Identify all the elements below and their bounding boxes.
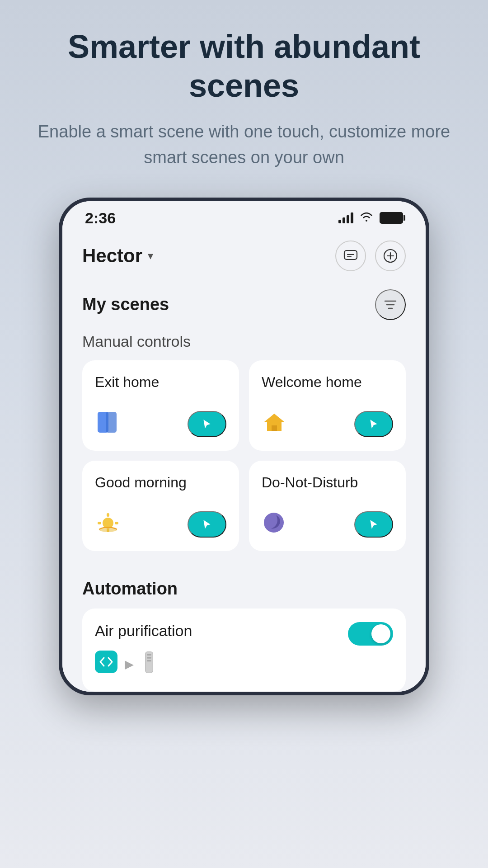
wifi-icon: [360, 211, 373, 225]
automation-item-content: Air purification ▶: [95, 622, 348, 678]
plus-icon: [383, 248, 398, 264]
do-not-disturb-run-button[interactable]: [354, 511, 393, 538]
good-morning-title: Good morning: [95, 474, 226, 491]
status-icons: [338, 211, 403, 225]
automation-trigger-icon: [95, 651, 117, 678]
location-selector[interactable]: Hector ▾: [82, 245, 153, 267]
air-purification-toggle-container[interactable]: [348, 622, 393, 646]
good-morning-run-button[interactable]: [188, 511, 226, 538]
scene-card-good-morning: Good morning: [82, 461, 239, 551]
promo-subtitle: Enable a smart scene with one touch, cus…: [36, 119, 452, 170]
status-bar: 2:36: [62, 201, 426, 231]
svg-rect-16: [147, 660, 151, 661]
exit-home-icon: [95, 410, 119, 438]
welcome-home-run-button[interactable]: [354, 411, 393, 437]
filter-button[interactable]: [375, 289, 406, 320]
good-morning-footer: [95, 510, 226, 538]
scenes-cards-grid: Exit home W: [82, 360, 406, 551]
promo-title: Smarter with abundant scenes: [36, 27, 452, 105]
exit-home-footer: [95, 410, 226, 438]
do-not-disturb-icon: [262, 510, 286, 538]
header-actions: [335, 241, 406, 271]
svg-rect-9: [115, 522, 118, 524]
automation-section: Automation Air purification ▶: [62, 570, 426, 692]
welcome-home-icon: [262, 410, 287, 438]
svg-rect-3: [106, 412, 117, 433]
scenes-section: My scenes Manual controls Exit home: [62, 285, 426, 570]
battery-icon: [380, 212, 403, 224]
signal-icon: [338, 212, 353, 223]
chevron-down-icon: ▾: [148, 250, 153, 262]
scenes-section-title: My scenes: [82, 295, 169, 314]
svg-point-11: [264, 513, 284, 533]
svg-rect-15: [147, 657, 151, 658]
air-purification-toggle[interactable]: [348, 622, 393, 646]
filter-icon: [383, 297, 398, 312]
scene-card-welcome-home: Welcome home: [249, 360, 406, 451]
exit-home-run-button[interactable]: [188, 411, 226, 437]
scenes-section-header: My scenes: [82, 289, 406, 320]
app-header: Hector ▾: [62, 231, 426, 285]
cursor-icon: [201, 418, 213, 430]
scene-card-do-not-disturb: Do-Not-Disturb: [249, 461, 406, 551]
cursor-icon: [368, 519, 380, 530]
welcome-home-footer: [262, 410, 393, 438]
welcome-home-title: Welcome home: [262, 374, 393, 391]
exit-home-title: Exit home: [95, 374, 226, 391]
cursor-icon: [368, 418, 380, 430]
svg-rect-8: [98, 522, 101, 524]
cursor-icon: [201, 519, 213, 530]
add-button[interactable]: [375, 241, 406, 271]
automation-item-air-purification: Air purification ▶: [82, 609, 406, 692]
svg-rect-12: [95, 651, 117, 673]
air-purification-name: Air purification: [95, 622, 348, 640]
svg-rect-14: [147, 654, 151, 655]
svg-rect-6: [107, 513, 109, 517]
message-button[interactable]: [335, 241, 366, 271]
automation-icons-row: ▶: [95, 651, 348, 678]
toggle-thumb: [371, 624, 390, 643]
automation-title: Automation: [82, 579, 406, 599]
scene-card-exit-home: Exit home: [82, 360, 239, 451]
location-name: Hector: [82, 245, 142, 267]
good-morning-icon: [95, 510, 121, 538]
do-not-disturb-footer: [262, 510, 393, 538]
message-icon: [343, 248, 358, 264]
promo-section: Smarter with abundant scenes Enable a sm…: [0, 0, 488, 189]
manual-controls-title: Manual controls: [82, 333, 406, 350]
svg-rect-4: [272, 425, 277, 431]
phone-frame: 2:36 Hector ▾: [59, 198, 429, 695]
do-not-disturb-title: Do-Not-Disturb: [262, 474, 393, 491]
status-time: 2:36: [85, 209, 116, 227]
device-icon: [141, 651, 157, 678]
arrow-icon: ▶: [125, 657, 134, 671]
